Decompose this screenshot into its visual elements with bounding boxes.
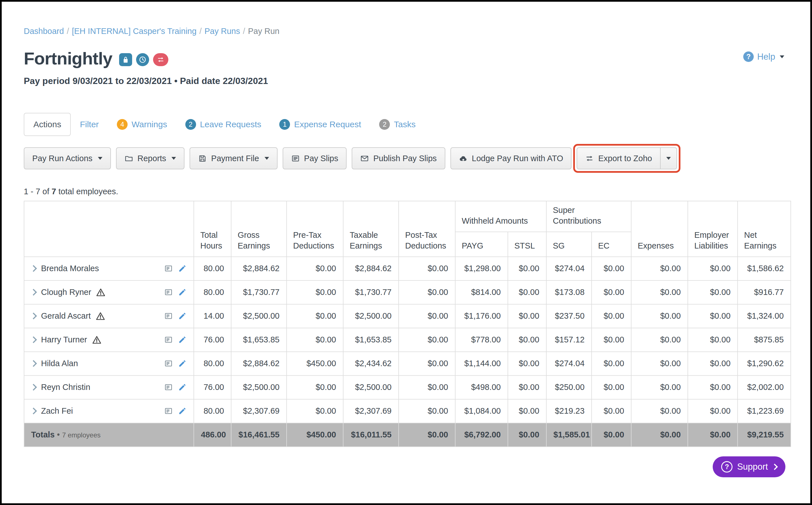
expand-chevron-icon[interactable] bbox=[30, 408, 37, 414]
value-cell: $274.04 bbox=[546, 257, 591, 281]
value-cell: $498.00 bbox=[455, 375, 508, 399]
help-menu[interactable]: ? Help bbox=[743, 51, 784, 62]
employee-name[interactable]: Gerald Ascart bbox=[41, 311, 91, 321]
lodge-pay-run-with-ato-button-wrap: Lodge Pay Run with ATO bbox=[450, 147, 572, 169]
dot-separator: • bbox=[54, 430, 62, 439]
envelope-icon bbox=[360, 154, 369, 163]
employee-name[interactable]: Zach Fei bbox=[41, 406, 73, 415]
export-to-zoho-button-wrap: Export to Zoho bbox=[577, 147, 677, 169]
publish-pay-slips-button[interactable]: Publish Pay Slips bbox=[352, 147, 445, 169]
payslip-notes-icon[interactable] bbox=[164, 335, 173, 344]
tab-filter[interactable]: Filter bbox=[71, 113, 108, 136]
pay-run-actions-button[interactable]: Pay Run Actions bbox=[24, 147, 111, 169]
edit-pencil-icon[interactable] bbox=[178, 312, 187, 320]
value-cell: $2,500.00 bbox=[231, 304, 287, 328]
employee-cell: Harry Turner bbox=[24, 328, 194, 352]
col-gross-earnings: Gross Earnings bbox=[231, 201, 287, 257]
employee-cell: Hilda Alan bbox=[24, 352, 194, 375]
breadcrumb-item-eh-internal-casper-s-training[interactable]: [EH INTERNAL] Casper's Training bbox=[72, 27, 196, 36]
employee-count-summary: 1 - 7 of 7 total employees. bbox=[24, 187, 788, 196]
expand-chevron-icon[interactable] bbox=[30, 265, 37, 272]
value-cell: $0.00 bbox=[287, 375, 343, 399]
employee-row-zach-fei: Zach Fei80.00$2,307.69$0.00$2,307.69$0.0… bbox=[24, 399, 791, 423]
help-label: Help bbox=[757, 52, 775, 62]
employee-row-hilda-alan: Hilda Alan80.00$2,884.62$450.00$2,434.62… bbox=[24, 352, 791, 375]
pay-run-actions-button-wrap: Pay Run Actions bbox=[24, 147, 111, 169]
warning-icon bbox=[92, 335, 101, 344]
edit-pencil-icon[interactable] bbox=[178, 288, 187, 297]
value-cell: 80.00 bbox=[194, 257, 231, 281]
expand-chevron-icon[interactable] bbox=[30, 384, 37, 391]
expand-chevron-icon[interactable] bbox=[30, 289, 37, 296]
value-cell: $1,223.69 bbox=[737, 399, 791, 423]
breadcrumb-item-pay-run: Pay Run bbox=[248, 27, 279, 36]
value-cell: 80.00 bbox=[194, 399, 231, 423]
value-cell: $2,434.62 bbox=[343, 352, 399, 375]
payslip-notes-icon[interactable] bbox=[164, 264, 173, 273]
value-cell: $0.00 bbox=[508, 257, 546, 281]
expand-chevron-icon[interactable] bbox=[30, 360, 37, 367]
value-cell: $0.00 bbox=[631, 352, 688, 375]
col-payg: PAYG bbox=[455, 232, 508, 257]
value-cell: $0.00 bbox=[688, 375, 737, 399]
edit-pencil-icon[interactable] bbox=[178, 406, 187, 415]
totals-employee-count: 7 employees bbox=[62, 431, 101, 439]
tab-tasks[interactable]: 2Tasks bbox=[370, 113, 425, 136]
tabs: ActionsFilter4Warnings2Leave Requests1Ex… bbox=[24, 113, 788, 136]
pay-slips-button[interactable]: Pay Slips bbox=[283, 147, 347, 169]
value-cell: $0.00 bbox=[399, 257, 455, 281]
button-label: Reports bbox=[137, 154, 166, 163]
value-cell: $875.85 bbox=[737, 328, 791, 352]
employee-name[interactable]: Clough Ryner bbox=[41, 288, 91, 297]
value-cell: $1,653.85 bbox=[343, 328, 399, 352]
tab-leave-requests[interactable]: 2Leave Requests bbox=[176, 113, 270, 136]
tab-warnings[interactable]: 4Warnings bbox=[108, 113, 176, 136]
button-label: Lodge Pay Run with ATO bbox=[472, 154, 563, 163]
expand-chevron-icon[interactable] bbox=[30, 313, 37, 320]
employee-row-brenda-morales: Brenda Morales80.00$2,884.62$0.00$2,884.… bbox=[24, 257, 791, 281]
value-cell: $0.00 bbox=[688, 328, 737, 352]
payment-file-button[interactable]: Payment File bbox=[189, 147, 277, 169]
breadcrumb-item-pay-runs[interactable]: Pay Runs bbox=[205, 27, 240, 36]
title-badges bbox=[119, 51, 168, 66]
value-cell: $0.00 bbox=[591, 304, 631, 328]
export-to-zoho-dropdown-button[interactable] bbox=[661, 147, 677, 169]
expand-chevron-icon[interactable] bbox=[30, 336, 37, 343]
export-icon bbox=[585, 154, 594, 163]
payslip-notes-icon[interactable] bbox=[164, 359, 173, 368]
chevron-down-icon bbox=[666, 157, 671, 160]
value-cell: $0.00 bbox=[688, 281, 737, 304]
value-cell: $814.00 bbox=[455, 281, 508, 304]
tab-expense-request[interactable]: 1Expense Request bbox=[270, 113, 370, 136]
value-cell: $0.00 bbox=[591, 399, 631, 423]
payslip-notes-icon[interactable] bbox=[164, 312, 173, 320]
payslip-notes-icon[interactable] bbox=[164, 406, 173, 415]
chevron-down-icon bbox=[265, 157, 269, 160]
support-button[interactable]: ? Support bbox=[713, 456, 785, 477]
breadcrumb-item-dashboard[interactable]: Dashboard bbox=[24, 27, 64, 36]
value-cell: $0.00 bbox=[631, 328, 688, 352]
employee-name[interactable]: Reyn Christin bbox=[41, 382, 90, 392]
employee-name[interactable]: Brenda Morales bbox=[41, 264, 99, 273]
edit-pencil-icon[interactable] bbox=[178, 335, 187, 344]
value-cell: $2,884.62 bbox=[343, 257, 399, 281]
employee-name[interactable]: Harry Turner bbox=[41, 335, 87, 344]
col-group-super-contributions: Super Contributions bbox=[546, 201, 631, 232]
value-cell: 80.00 bbox=[194, 281, 231, 304]
payslip-notes-icon[interactable] bbox=[164, 288, 173, 297]
edit-pencil-icon[interactable] bbox=[178, 264, 187, 273]
employee-cell: Zach Fei bbox=[24, 399, 194, 423]
totals-label-cell: Totals•7 employees bbox=[24, 423, 194, 447]
employee-name[interactable]: Hilda Alan bbox=[41, 359, 78, 368]
export-to-zoho-button[interactable]: Export to Zoho bbox=[577, 147, 660, 169]
col-ec: EC bbox=[591, 232, 631, 257]
lodge-pay-run-with-ato-button[interactable]: Lodge Pay Run with ATO bbox=[450, 147, 572, 169]
edit-pencil-icon[interactable] bbox=[178, 359, 187, 368]
value-cell: 76.00 bbox=[194, 328, 231, 352]
payment-file-button-wrap: Payment File bbox=[189, 147, 277, 169]
tab-actions[interactable]: Actions bbox=[24, 113, 71, 136]
edit-pencil-icon[interactable] bbox=[178, 383, 187, 392]
payslip-notes-icon[interactable] bbox=[164, 383, 173, 392]
reports-button[interactable]: Reports bbox=[116, 147, 185, 169]
value-cell: 76.00 bbox=[194, 375, 231, 399]
